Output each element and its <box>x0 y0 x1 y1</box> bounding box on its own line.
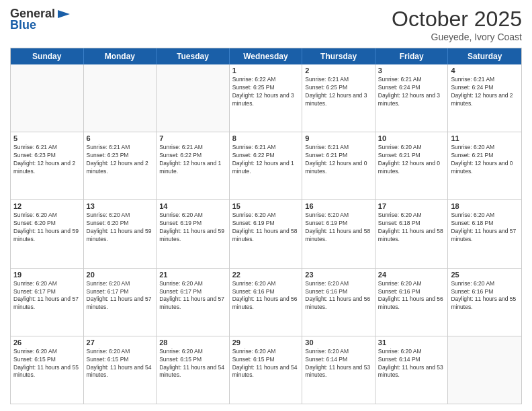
calendar-day-27: 27Sunrise: 6:20 AM Sunset: 6:15 PM Dayli… <box>84 336 157 404</box>
day-info: Sunrise: 6:20 AM Sunset: 6:19 PM Dayligh… <box>232 212 300 244</box>
day-info: Sunrise: 6:20 AM Sunset: 6:16 PM Dayligh… <box>378 280 445 312</box>
calendar-week-2: 5Sunrise: 6:21 AM Sunset: 6:23 PM Daylig… <box>11 132 521 200</box>
calendar-day-12: 12Sunrise: 6:20 AM Sunset: 6:20 PM Dayli… <box>11 200 84 267</box>
calendar-day-28: 28Sunrise: 6:20 AM Sunset: 6:15 PM Dayli… <box>157 336 230 404</box>
day-info: Sunrise: 6:20 AM Sunset: 6:21 PM Dayligh… <box>451 144 519 176</box>
calendar-day-empty <box>11 64 84 132</box>
day-number: 1 <box>232 66 300 75</box>
day-info: Sunrise: 6:21 AM Sunset: 6:25 PM Dayligh… <box>305 76 372 108</box>
calendar-week-4: 19Sunrise: 6:20 AM Sunset: 6:17 PM Dayli… <box>11 269 521 336</box>
day-info: Sunrise: 6:20 AM Sunset: 6:17 PM Dayligh… <box>159 280 226 312</box>
day-number: 9 <box>305 134 372 142</box>
calendar-day-10: 10Sunrise: 6:20 AM Sunset: 6:21 PM Dayli… <box>375 132 449 199</box>
day-number: 8 <box>232 134 300 142</box>
day-info: Sunrise: 6:21 AM Sunset: 6:23 PM Dayligh… <box>87 144 154 176</box>
calendar-day-30: 30Sunrise: 6:20 AM Sunset: 6:14 PM Dayli… <box>302 336 375 404</box>
day-info: Sunrise: 6:20 AM Sunset: 6:15 PM Dayligh… <box>232 348 300 380</box>
calendar-day-22: 22Sunrise: 6:20 AM Sunset: 6:16 PM Dayli… <box>230 269 303 336</box>
month-title: October 2025 <box>392 7 522 32</box>
location-subtitle: Gueyede, Ivory Coast <box>392 32 522 42</box>
day-number: 28 <box>159 338 226 347</box>
calendar-day-7: 7Sunrise: 6:21 AM Sunset: 6:22 PM Daylig… <box>157 132 230 199</box>
day-info: Sunrise: 6:20 AM Sunset: 6:20 PM Dayligh… <box>87 212 154 244</box>
day-number: 15 <box>232 202 300 210</box>
calendar-day-4: 4Sunrise: 6:21 AM Sunset: 6:24 PM Daylig… <box>448 64 521 132</box>
calendar-body: 1Sunrise: 6:22 AM Sunset: 6:25 PM Daylig… <box>11 64 521 404</box>
calendar-day-18: 18Sunrise: 6:20 AM Sunset: 6:18 PM Dayli… <box>448 200 521 267</box>
header-friday: Friday <box>375 48 449 64</box>
day-number: 16 <box>305 202 372 210</box>
day-info: Sunrise: 6:20 AM Sunset: 6:17 PM Dayligh… <box>87 280 154 312</box>
day-number: 2 <box>305 66 372 75</box>
calendar-day-empty <box>448 336 521 404</box>
day-number: 13 <box>87 202 154 210</box>
day-number: 18 <box>451 202 519 210</box>
day-number: 24 <box>378 271 445 279</box>
day-number: 12 <box>13 202 81 210</box>
day-info: Sunrise: 6:21 AM Sunset: 6:22 PM Dayligh… <box>159 144 226 176</box>
day-info: Sunrise: 6:20 AM Sunset: 6:16 PM Dayligh… <box>305 280 372 312</box>
calendar-day-24: 24Sunrise: 6:20 AM Sunset: 6:16 PM Dayli… <box>375 269 449 336</box>
calendar-day-2: 2Sunrise: 6:21 AM Sunset: 6:25 PM Daylig… <box>302 64 375 132</box>
calendar-day-9: 9Sunrise: 6:21 AM Sunset: 6:21 PM Daylig… <box>302 132 375 199</box>
calendar-day-21: 21Sunrise: 6:20 AM Sunset: 6:17 PM Dayli… <box>157 269 230 336</box>
day-number: 23 <box>305 271 372 279</box>
calendar-day-empty <box>84 64 157 132</box>
day-number: 27 <box>87 338 154 347</box>
day-number: 26 <box>13 338 81 347</box>
day-number: 11 <box>451 134 519 142</box>
calendar-day-16: 16Sunrise: 6:20 AM Sunset: 6:19 PM Dayli… <box>302 200 375 267</box>
title-block: October 2025 Gueyede, Ivory Coast <box>392 7 522 42</box>
day-info: Sunrise: 6:20 AM Sunset: 6:15 PM Dayligh… <box>159 348 226 380</box>
day-info: Sunrise: 6:20 AM Sunset: 6:19 PM Dayligh… <box>159 212 226 244</box>
logo: General Blue <box>10 7 71 32</box>
calendar-week-3: 12Sunrise: 6:20 AM Sunset: 6:20 PM Dayli… <box>11 200 521 268</box>
calendar-day-empty <box>157 64 230 132</box>
day-number: 30 <box>305 338 372 347</box>
calendar-week-1: 1Sunrise: 6:22 AM Sunset: 6:25 PM Daylig… <box>11 64 521 132</box>
day-info: Sunrise: 6:20 AM Sunset: 6:15 PM Dayligh… <box>13 348 81 380</box>
calendar-day-23: 23Sunrise: 6:20 AM Sunset: 6:16 PM Dayli… <box>302 269 375 336</box>
calendar-day-19: 19Sunrise: 6:20 AM Sunset: 6:17 PM Dayli… <box>11 269 84 336</box>
calendar-day-11: 11Sunrise: 6:20 AM Sunset: 6:21 PM Dayli… <box>448 132 521 199</box>
calendar-day-6: 6Sunrise: 6:21 AM Sunset: 6:23 PM Daylig… <box>84 132 157 199</box>
calendar-day-29: 29Sunrise: 6:20 AM Sunset: 6:15 PM Dayli… <box>230 336 303 404</box>
day-info: Sunrise: 6:20 AM Sunset: 6:18 PM Dayligh… <box>378 212 445 244</box>
calendar-day-25: 25Sunrise: 6:20 AM Sunset: 6:16 PM Dayli… <box>448 269 521 336</box>
day-info: Sunrise: 6:20 AM Sunset: 6:15 PM Dayligh… <box>87 348 154 380</box>
page-header: General Blue October 2025 Gueyede, Ivory… <box>10 7 522 42</box>
header-wednesday: Wednesday <box>230 48 303 64</box>
day-info: Sunrise: 6:20 AM Sunset: 6:17 PM Dayligh… <box>13 280 81 312</box>
header-saturday: Saturday <box>448 48 521 64</box>
calendar-day-14: 14Sunrise: 6:20 AM Sunset: 6:19 PM Dayli… <box>157 200 230 267</box>
logo-flag-icon <box>56 9 71 19</box>
day-number: 20 <box>87 271 154 279</box>
day-info: Sunrise: 6:20 AM Sunset: 6:18 PM Dayligh… <box>451 212 519 244</box>
day-number: 10 <box>378 134 445 142</box>
header-tuesday: Tuesday <box>157 48 230 64</box>
logo-text-blue: Blue <box>10 18 36 32</box>
day-number: 5 <box>13 134 81 142</box>
header-sunday: Sunday <box>11 48 84 64</box>
day-number: 29 <box>232 338 300 347</box>
day-info: Sunrise: 6:20 AM Sunset: 6:21 PM Dayligh… <box>378 144 445 176</box>
calendar-header: Sunday Monday Tuesday Wednesday Thursday… <box>11 48 521 64</box>
day-info: Sunrise: 6:21 AM Sunset: 6:24 PM Dayligh… <box>378 76 445 108</box>
day-number: 17 <box>378 202 445 210</box>
header-monday: Monday <box>84 48 157 64</box>
day-number: 25 <box>451 271 519 279</box>
day-info: Sunrise: 6:21 AM Sunset: 6:22 PM Dayligh… <box>232 144 300 176</box>
day-number: 7 <box>159 134 226 142</box>
calendar: Sunday Monday Tuesday Wednesday Thursday… <box>10 48 522 404</box>
day-info: Sunrise: 6:20 AM Sunset: 6:16 PM Dayligh… <box>232 280 300 312</box>
day-info: Sunrise: 6:20 AM Sunset: 6:14 PM Dayligh… <box>305 348 372 380</box>
day-info: Sunrise: 6:20 AM Sunset: 6:20 PM Dayligh… <box>13 212 81 244</box>
day-info: Sunrise: 6:22 AM Sunset: 6:25 PM Dayligh… <box>232 76 300 108</box>
calendar-day-5: 5Sunrise: 6:21 AM Sunset: 6:23 PM Daylig… <box>11 132 84 199</box>
calendar-day-26: 26Sunrise: 6:20 AM Sunset: 6:15 PM Dayli… <box>11 336 84 404</box>
calendar-day-31: 31Sunrise: 6:20 AM Sunset: 6:14 PM Dayli… <box>375 336 449 404</box>
svg-marker-0 <box>58 10 70 18</box>
calendar-week-5: 26Sunrise: 6:20 AM Sunset: 6:15 PM Dayli… <box>11 336 521 404</box>
calendar-day-13: 13Sunrise: 6:20 AM Sunset: 6:20 PM Dayli… <box>84 200 157 267</box>
day-info: Sunrise: 6:21 AM Sunset: 6:23 PM Dayligh… <box>13 144 81 176</box>
